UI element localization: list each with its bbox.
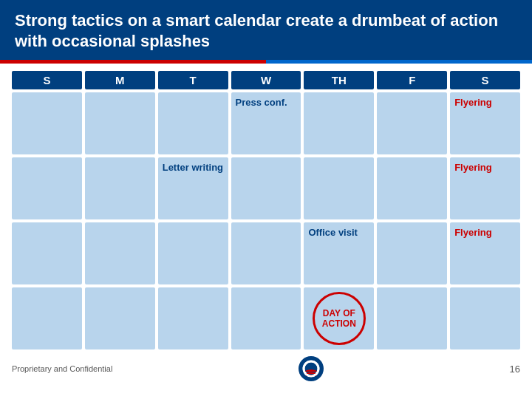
cal-cell-letter-writing: Letter writing (158, 157, 228, 219)
day-header-th: TH (304, 71, 374, 89)
cal-cell (450, 287, 520, 349)
day-header-f: F (377, 71, 447, 89)
cal-cell-office-visit: Office visit (304, 222, 374, 284)
event-flyering-2: Flyering (454, 162, 492, 174)
cal-grid: Press conf. Flyering Letter writing Flye… (12, 92, 520, 349)
footer: Proprietary and Confidential 16 (0, 352, 532, 382)
cal-cell (377, 92, 447, 154)
cal-cell (12, 222, 82, 284)
cal-cell-day-of-action: DAY OF ACTION (304, 287, 374, 349)
calendar-container: S M T W TH F S Press conf. Flyering Lett… (0, 64, 532, 352)
cal-cell (12, 287, 82, 349)
cal-cell (158, 92, 228, 154)
event-press-conf: Press conf. (236, 97, 287, 109)
cal-cell-flyering-1: Flyering (450, 92, 520, 154)
cal-cell (231, 222, 301, 284)
day-header-s2: S (450, 71, 520, 89)
header: Strong tactics on a smart calendar creat… (0, 0, 532, 60)
cal-cell (85, 157, 155, 219)
cal-cell (231, 287, 301, 349)
cal-cell (377, 287, 447, 349)
event-office-visit: Office visit (308, 227, 357, 239)
cal-cell (85, 92, 155, 154)
day-of-action-badge: DAY OF ACTION (313, 292, 366, 345)
cal-cell (231, 157, 301, 219)
svg-point-0 (299, 356, 324, 381)
cal-header-row: S M T W TH F S (12, 71, 520, 89)
cal-cell (304, 157, 374, 219)
cal-cell (377, 157, 447, 219)
event-letter-writing: Letter writing (163, 162, 223, 174)
cal-cell-press-conf: Press conf. (231, 92, 301, 154)
obama-logo-icon (298, 355, 324, 382)
cal-cell-flyering-3: Flyering (450, 222, 520, 284)
day-header-s1: S (12, 71, 82, 89)
cal-cell (85, 287, 155, 349)
cal-cell (158, 222, 228, 284)
day-header-t: T (158, 71, 228, 89)
event-flyering-3: Flyering (454, 227, 492, 239)
header-title: Strong tactics on a smart calendar creat… (15, 11, 498, 50)
day-header-m: M (85, 71, 155, 89)
cal-cell-flyering-2: Flyering (450, 157, 520, 219)
cal-cell (85, 222, 155, 284)
footer-page-number: 16 (510, 364, 520, 375)
event-flyering-1: Flyering (454, 97, 492, 109)
cal-cell (304, 92, 374, 154)
cal-cell (377, 222, 447, 284)
cal-cell (12, 92, 82, 154)
cal-cell (12, 157, 82, 219)
footer-left: Proprietary and Confidential (12, 364, 112, 373)
cal-cell (158, 287, 228, 349)
day-header-w: W (231, 71, 301, 89)
